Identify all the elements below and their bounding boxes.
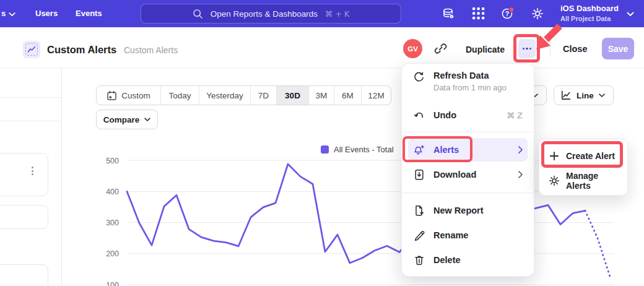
line-chart-icon [560, 90, 572, 101]
range-6m[interactable]: 6M [334, 86, 361, 105]
range-label: Today [168, 91, 191, 100]
app-window: s Users Events Open Reports & Dashboards… [0, 0, 644, 286]
calendar-icon [107, 90, 117, 101]
report-options-menu: Refresh Data Data from 1 min ago Undo ⌘ … [401, 63, 534, 277]
global-search-input[interactable]: Open Reports & Dashboards ⌘ + K [141, 4, 401, 24]
close-button[interactable]: Close [563, 44, 588, 54]
menu-item-refresh-data[interactable]: Refresh Data Data from 1 min ago [408, 69, 528, 100]
share-link-icon[interactable] [434, 42, 447, 55]
search-icon [193, 9, 203, 19]
sidebar-divider [0, 97, 61, 98]
compare-label: Compare [103, 115, 140, 124]
kebab-menu-icon[interactable] [32, 167, 33, 175]
sidebar-divider [0, 121, 61, 121]
alerts-label: Alerts [433, 145, 459, 155]
refresh-subtitle: Data from 1 min ago [433, 83, 507, 92]
data-management-icon[interactable] [442, 7, 455, 20]
range-30d[interactable]: 30D [276, 86, 308, 105]
project-name: iOS Dashboard [560, 4, 619, 13]
chart-legend[interactable]: All Events - Total [321, 145, 394, 154]
apps-grid-icon[interactable] [472, 7, 485, 20]
menu-item-create-alert[interactable]: Create Alert [543, 144, 624, 168]
y-tick-label: 400 [106, 188, 119, 196]
download-icon [413, 169, 425, 181]
range-yesterday[interactable]: Yesterday [199, 86, 250, 105]
trash-icon [413, 254, 425, 266]
left-sidebar [0, 68, 62, 286]
range-label: Yesterday [206, 91, 243, 100]
rename-label: Rename [433, 230, 468, 240]
compare-button[interactable]: Compare [96, 110, 158, 129]
undo-icon [413, 110, 425, 121]
sidebar-card[interactable] [0, 205, 48, 229]
manage-alerts-label: Manage Alerts [566, 171, 624, 191]
y-tick-label: 100 [106, 281, 119, 286]
chevron-down-icon [627, 12, 634, 17]
range-label: 30D [285, 91, 300, 100]
menu-item-alerts[interactable]: Alerts [408, 138, 528, 162]
refresh-label: Refresh Data [433, 71, 507, 80]
chart-type-dropdown[interactable]: Line [554, 85, 614, 105]
alert-bell-icon [413, 144, 425, 156]
range-12m[interactable]: 12M [361, 86, 391, 105]
menu-item-undo[interactable]: Undo ⌘ Z [408, 103, 528, 127]
y-tick-label: 500 [106, 157, 119, 165]
project-selector[interactable]: iOS Dashboard All Project Data [560, 4, 619, 22]
legend-label: All Events - Total [334, 145, 394, 154]
top-nav-bar: s Users Events Open Reports & Dashboards… [0, 0, 644, 27]
nav-item-users[interactable]: Users [35, 0, 58, 27]
menu-item-rename[interactable]: Rename [408, 223, 528, 247]
duplicate-button[interactable]: Duplicate [466, 45, 505, 54]
nav-item-partial[interactable]: s [1, 0, 6, 27]
series-line-dotted-incomplete [585, 210, 610, 277]
more-icon [523, 48, 524, 50]
toolbar-divider [550, 41, 550, 57]
menu-item-download[interactable]: Download [408, 163, 528, 186]
range-label: 12M [368, 91, 384, 100]
undo-label: Undo [433, 110, 456, 120]
chevron-down-icon [9, 12, 15, 17]
chart-type-label: Line [577, 91, 594, 100]
range-today[interactable]: Today [160, 86, 199, 105]
menu-item-new-report[interactable]: New Report [408, 199, 528, 222]
undo-shortcut: ⌘ Z [507, 111, 528, 120]
project-scope: All Project Data [560, 15, 619, 22]
chevron-right-icon [518, 146, 528, 154]
range-label: 7D [258, 91, 269, 100]
range-7d[interactable]: 7D [250, 86, 276, 105]
plus-icon [548, 150, 560, 162]
nav-item-events[interactable]: Events [76, 0, 102, 27]
range-label: 6M [342, 91, 354, 100]
avatar[interactable]: GV [403, 39, 422, 58]
save-button[interactable]: Save [602, 38, 634, 59]
page-title: Custom Alerts [47, 44, 116, 56]
search-shortcut: ⌘ + K [325, 9, 349, 19]
y-tick-label: 200 [106, 249, 119, 258]
refresh-icon [413, 71, 425, 83]
alerts-submenu: Create Alert Manage Alerts [539, 139, 628, 196]
delete-label: Delete [433, 255, 461, 265]
breadcrumb: Custom Alerts [124, 45, 178, 55]
menu-divider [402, 132, 534, 132]
pencil-icon [413, 230, 425, 241]
range-3m[interactable]: 3M [308, 86, 334, 105]
menu-divider [402, 193, 534, 193]
menu-item-delete[interactable]: Delete [408, 248, 528, 272]
legend-swatch [321, 145, 329, 154]
range-label: Custom [121, 91, 150, 100]
more-options-button[interactable] [518, 39, 536, 58]
range-custom[interactable]: Custom [97, 86, 160, 105]
download-label: Download [433, 170, 476, 180]
new-report-label: New Report [433, 206, 484, 215]
sidebar-card[interactable] [0, 264, 48, 286]
date-range-selector: CustomTodayYesterday7D30D3M6M12M [96, 85, 391, 105]
search-placeholder: Open Reports & Dashboards [211, 9, 318, 19]
chevron-right-icon [518, 171, 528, 178]
help-icon[interactable]: ? [501, 7, 515, 20]
settings-gear-icon[interactable] [531, 7, 544, 20]
svg-text:?: ? [505, 10, 509, 17]
sidebar-card[interactable] [0, 153, 48, 196]
chevron-down-icon [144, 118, 150, 122]
gear-icon [548, 175, 560, 187]
menu-item-manage-alerts[interactable]: Manage Alerts [543, 169, 624, 193]
